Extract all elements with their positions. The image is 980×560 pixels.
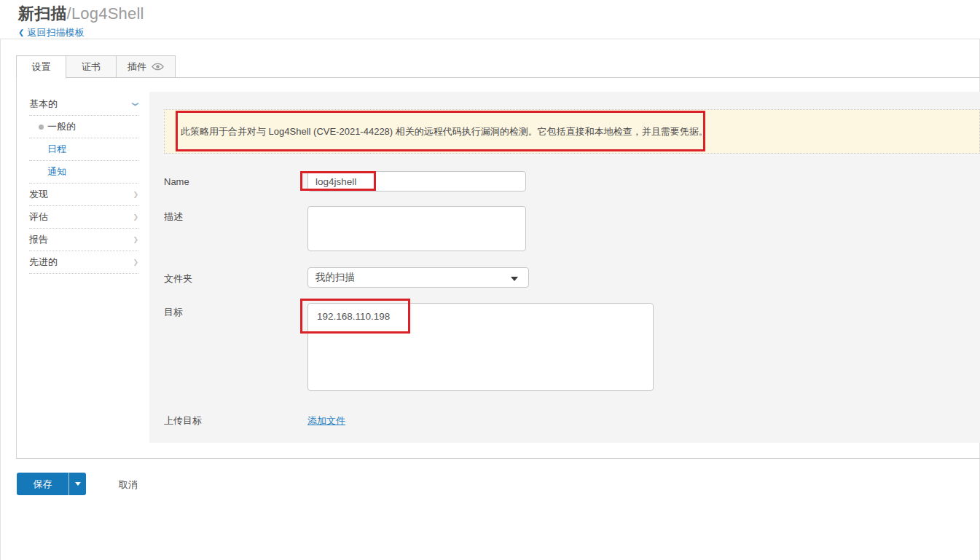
folder-label: 文件夹 — [164, 272, 192, 285]
tab-plugins-label: 插件 — [128, 60, 146, 74]
sidebar-item-discovery[interactable]: 发现 ❯ — [29, 184, 138, 206]
window-left-edge — [0, 39, 1, 560]
save-button[interactable]: 保存 — [17, 473, 68, 495]
caret-down-icon — [511, 277, 518, 281]
chevron-left-icon: ❮ — [18, 28, 24, 36]
page-title-primary: 新扫描 — [18, 4, 67, 23]
chevron-right-icon: ❯ — [133, 191, 138, 198]
caret-down-icon — [75, 482, 81, 486]
page-title: 新扫描/Log4Shell — [18, 3, 144, 25]
new-scan-page: 新扫描/Log4Shell ❮返回扫描模板 设置 证书 插件 基本的 ❯ 一般的 — [0, 0, 980, 560]
panel-left-border — [16, 78, 17, 458]
policy-description-notice: 此策略用于合并对与 Log4Shell (CVE-2021-44228) 相关的… — [164, 109, 980, 154]
tab-credentials-label: 证书 — [82, 60, 101, 74]
bullet-dot-icon — [39, 125, 44, 130]
sidebar-item-report[interactable]: 报告 ❯ — [29, 229, 138, 251]
sidebar-item-schedule[interactable]: 日程 — [29, 138, 138, 161]
save-split-button: 保存 — [17, 473, 86, 495]
chevron-down-icon: ❯ — [132, 101, 139, 107]
name-input[interactable] — [307, 171, 526, 192]
cancel-button[interactable]: 取消 — [119, 478, 138, 492]
sidebar-item-basic[interactable]: 基本的 ❯ — [29, 93, 138, 116]
name-label: Name — [164, 176, 189, 187]
sidebar-item-advanced-label: 先进的 — [29, 256, 133, 269]
panel-bottom-border — [16, 458, 980, 459]
settings-form-panel: 此策略用于合并对与 Log4Shell (CVE-2021-44228) 相关的… — [149, 92, 980, 443]
page-title-secondary: /Log4Shell — [67, 4, 144, 23]
sidebar-item-notifications[interactable]: 通知 — [29, 161, 138, 184]
chevron-right-icon: ❯ — [133, 213, 138, 221]
settings-sidebar: 基本的 ❯ 一般的 日程 通知 发现 ❯ 评估 ❯ 报告 ❯ 先进的 ❯ — [29, 93, 138, 274]
folder-select[interactable]: 我的扫描 — [307, 267, 529, 288]
sidebar-item-discovery-label: 发现 — [29, 188, 133, 201]
sidebar-item-general-label: 一般的 — [47, 120, 138, 133]
back-to-templates-link[interactable]: ❮返回扫描模板 — [18, 26, 84, 39]
tabstrip-divider — [16, 77, 980, 78]
tab-plugins[interactable]: 插件 — [116, 55, 176, 78]
sidebar-item-report-label: 报告 — [29, 233, 133, 246]
sidebar-item-assessment-label: 评估 — [29, 210, 133, 224]
sidebar-item-assessment[interactable]: 评估 ❯ — [29, 206, 138, 229]
tab-settings-label: 设置 — [32, 60, 51, 74]
sidebar-item-basic-label: 基本的 — [29, 98, 133, 111]
description-textarea[interactable] — [307, 206, 526, 251]
eye-icon — [152, 63, 164, 71]
sidebar-item-schedule-label: 日程 — [47, 143, 138, 156]
tab-credentials[interactable]: 证书 — [66, 55, 117, 78]
sidebar-item-advanced[interactable]: 先进的 ❯ — [29, 251, 138, 274]
save-dropdown-button[interactable] — [68, 473, 86, 495]
save-button-label: 保存 — [34, 478, 52, 491]
chevron-right-icon: ❯ — [133, 259, 138, 266]
sidebar-item-general[interactable]: 一般的 — [29, 116, 138, 138]
chevron-right-icon: ❯ — [133, 236, 138, 243]
description-label: 描述 — [164, 210, 183, 224]
policy-description-text: 此策略用于合并对与 Log4Shell (CVE-2021-44228) 相关的… — [181, 125, 708, 138]
targets-textarea[interactable]: 192.168.110.198 — [307, 303, 654, 391]
header-divider — [0, 39, 980, 39]
back-link-label: 返回扫描模板 — [27, 27, 84, 38]
add-file-link[interactable]: 添加文件 — [307, 414, 345, 427]
sidebar-item-notifications-label: 通知 — [47, 165, 138, 178]
folder-selected-value: 我的扫描 — [315, 271, 355, 284]
targets-label: 目标 — [164, 306, 183, 319]
upload-targets-label: 上传目标 — [164, 414, 202, 427]
tab-settings[interactable]: 设置 — [16, 55, 66, 79]
